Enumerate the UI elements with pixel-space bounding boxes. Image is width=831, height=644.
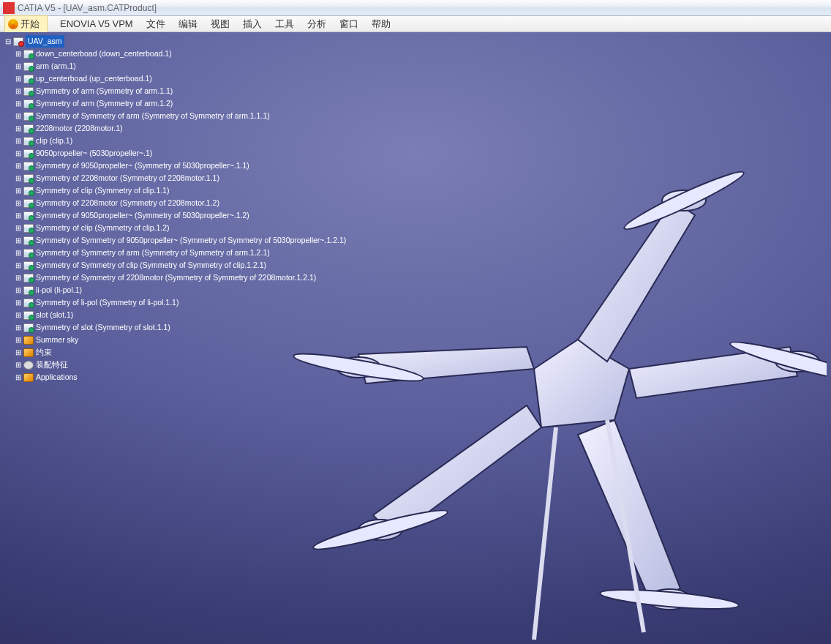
svg-point-8: [647, 589, 691, 610]
expander-icon[interactable]: ⊞: [15, 237, 22, 244]
tree-item[interactable]: ⊞Symmetry of slot (Symmetry of slot.1.1): [15, 321, 346, 334]
tree-item[interactable]: ⊞Symmetry of arm (Symmetry of arm.1.2): [15, 97, 346, 110]
expander-icon[interactable]: ⊞: [15, 374, 22, 381]
tree-item-label: Symmetry of slot (Symmetry of slot.1.1): [36, 321, 170, 334]
menu-bar: 开始 ENOVIA V5 VPM 文件 编辑 视图 插入 工具 分析 窗口 帮助: [0, 16, 831, 32]
expander-icon[interactable]: ⊞: [15, 349, 22, 356]
tree-item[interactable]: ⊞li-pol (li-pol.1): [15, 284, 346, 296]
expander-icon[interactable]: ⊞: [15, 287, 22, 294]
tree-item[interactable]: ⊞装配特征: [15, 359, 346, 371]
part-icon: [23, 100, 34, 108]
part-icon: [23, 174, 34, 183]
tree-item-label: Symmetry of clip (Symmetry of clip.1.2): [36, 222, 170, 234]
part-icon: [23, 149, 34, 158]
expander-icon[interactable]: ⊞: [15, 88, 22, 95]
window-title: CATIA V5 - [UAV_asm.CATProduct]: [18, 3, 157, 13]
svg-point-7: [775, 351, 819, 372]
tree-item-label: Symmetry of 2208motor (Symmetry of 2208m…: [36, 197, 219, 209]
misc-icon: [23, 373, 34, 382]
part-icon: [23, 236, 34, 245]
menu-insert[interactable]: 插入: [236, 18, 268, 31]
viewport[interactable]: ⊟ UAV_asm ⊞down_centerboad (down_centerb…: [0, 32, 831, 644]
expander-icon[interactable]: ⊞: [15, 63, 22, 70]
tree-root[interactable]: ⊟ UAV_asm: [4, 35, 346, 48]
menu-analysis[interactable]: 分析: [301, 18, 333, 31]
cad-model[interactable]: [263, 76, 827, 644]
expander-icon[interactable]: ⊞: [15, 324, 22, 332]
tree-item[interactable]: ⊞Summer sky: [15, 334, 346, 346]
menu-file[interactable]: 文件: [140, 18, 172, 31]
spec-tree[interactable]: ⊟ UAV_asm ⊞down_centerboad (down_centerb…: [4, 35, 346, 383]
expander-icon[interactable]: ⊞: [15, 274, 22, 282]
expander-icon[interactable]: ⊞: [15, 50, 22, 58]
menu-start[interactable]: 开始: [4, 15, 48, 33]
expander-icon[interactable]: ⊞: [15, 187, 22, 195]
part-icon: [23, 87, 34, 96]
menu-help[interactable]: 帮助: [365, 18, 397, 31]
tree-item-label: Applications: [36, 371, 78, 383]
part-icon: [23, 50, 34, 59]
tree-item-label: Symmetry of Symmetry of arm (Symmetry of…: [36, 110, 270, 122]
tree-item[interactable]: ⊞clip (clip.1): [15, 135, 346, 147]
tree-item[interactable]: ⊞约束: [15, 346, 346, 359]
tree-item[interactable]: ⊞Applications: [15, 371, 346, 383]
tree-item[interactable]: ⊞down_centerboad (down_centerboad.1): [15, 48, 346, 60]
expander-icon[interactable]: ⊞: [15, 150, 22, 157]
tree-item-label: Symmetry of clip (Symmetry of clip.1.1): [36, 184, 170, 197]
tree-item[interactable]: ⊞Symmetry of arm (Symmetry of arm.1.1): [15, 85, 346, 97]
svg-marker-3: [578, 420, 680, 603]
tree-item[interactable]: ⊞Symmetry of clip (Symmetry of clip.1.2): [15, 222, 346, 234]
tree-item[interactable]: ⊞Symmetry of li-pol (Symmetry of li-pol.…: [15, 296, 346, 309]
app-icon: [3, 2, 15, 14]
part-icon: [23, 286, 34, 295]
part-icon: [23, 199, 34, 208]
tree-item[interactable]: ⊞Symmetry of Symmetry of 9050propeller~ …: [15, 234, 346, 247]
tree-item[interactable]: ⊞Symmetry of Symmetry of arm (Symmetry o…: [15, 110, 346, 122]
tree-item[interactable]: ⊞Symmetry of Symmetry of arm (Symmetry o…: [15, 247, 346, 259]
tree-item[interactable]: ⊞up_centerboad (up_centerboad.1): [15, 72, 346, 85]
expander-icon[interactable]: ⊟: [4, 38, 12, 45]
tree-item-label: li-pol (li-pol.1): [36, 284, 82, 296]
tree-item[interactable]: ⊞slot (slot.1): [15, 309, 346, 321]
expander-icon[interactable]: ⊞: [15, 100, 22, 108]
expander-icon[interactable]: ⊞: [15, 312, 22, 319]
gear-icon: [23, 361, 34, 370]
tree-item-label: clip (clip.1): [36, 135, 72, 147]
menu-window[interactable]: 窗口: [333, 18, 365, 31]
expander-icon[interactable]: ⊞: [15, 212, 22, 220]
start-swirl-icon: [8, 19, 18, 29]
tree-item-label: slot (slot.1): [36, 309, 73, 321]
expander-icon[interactable]: ⊞: [15, 75, 22, 83]
tree-item[interactable]: ⊞Symmetry of 2208motor (Symmetry of 2208…: [15, 172, 346, 184]
part-icon: [23, 311, 34, 320]
expander-icon[interactable]: ⊞: [15, 125, 22, 132]
expander-icon[interactable]: ⊞: [15, 200, 22, 207]
menu-tools[interactable]: 工具: [268, 18, 301, 31]
tree-item[interactable]: ⊞arm (arm.1): [15, 60, 346, 72]
expander-icon[interactable]: ⊞: [15, 262, 22, 269]
expander-icon[interactable]: ⊞: [15, 299, 22, 307]
tree-item[interactable]: ⊞Symmetry of 9050propeller~ (Symmetry of…: [15, 209, 346, 222]
expander-icon[interactable]: ⊞: [15, 362, 22, 369]
tree-item[interactable]: ⊞Symmetry of 2208motor (Symmetry of 2208…: [15, 197, 346, 209]
tree-item[interactable]: ⊞9050propeller~ (5030propeller~.1): [15, 147, 346, 160]
svg-point-9: [358, 520, 402, 540]
expander-icon[interactable]: ⊞: [15, 175, 22, 182]
expander-icon[interactable]: ⊞: [15, 162, 22, 170]
tree-item[interactable]: ⊞Symmetry of Symmetry of 2208motor (Symm…: [15, 272, 346, 284]
expander-icon[interactable]: ⊞: [15, 337, 22, 344]
svg-marker-1: [578, 201, 695, 362]
expander-icon[interactable]: ⊞: [15, 225, 22, 232]
expander-icon[interactable]: ⊞: [15, 138, 22, 145]
tree-item[interactable]: ⊞Symmetry of 9050propeller~ (Symmetry of…: [15, 160, 346, 172]
menu-edit[interactable]: 编辑: [172, 18, 204, 31]
tree-item-label: Summer sky: [36, 334, 78, 346]
tree-item[interactable]: ⊞2208motor (2208motor.1): [15, 122, 346, 135]
expander-icon[interactable]: ⊞: [15, 113, 22, 120]
tree-item[interactable]: ⊞Symmetry of Symmetry of clip (Symmetry …: [15, 259, 346, 272]
part-icon: [23, 75, 34, 83]
tree-item[interactable]: ⊞Symmetry of clip (Symmetry of clip.1.1): [15, 184, 346, 197]
menu-enovia[interactable]: ENOVIA V5 VPM: [53, 18, 140, 29]
expander-icon[interactable]: ⊞: [15, 250, 22, 257]
menu-view[interactable]: 视图: [204, 18, 236, 31]
